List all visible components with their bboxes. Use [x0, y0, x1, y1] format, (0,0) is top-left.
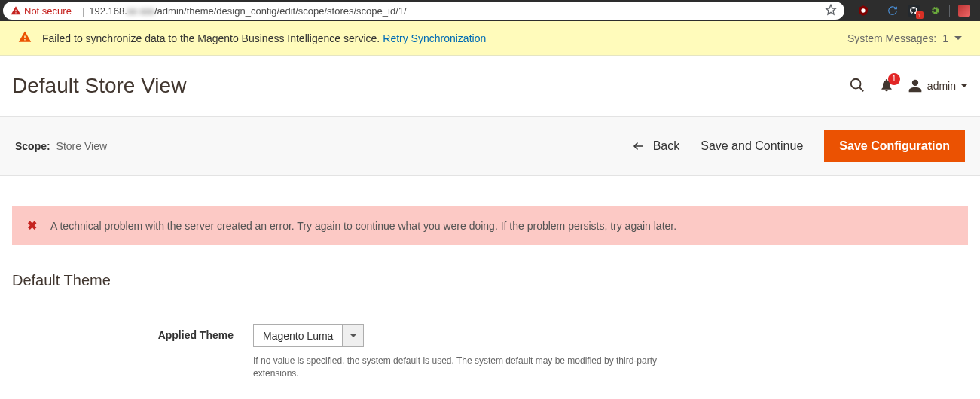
applied-theme-label: Applied Theme: [12, 324, 253, 341]
url-divider: |: [82, 5, 84, 17]
gear-ext-icon[interactable]: [928, 4, 942, 17]
scope-value: Store View: [56, 140, 107, 152]
svg-line-2: [859, 87, 864, 91]
applied-theme-control: Magento Luma If no value is specified, t…: [253, 324, 968, 380]
retry-sync-link[interactable]: Retry Synchronization: [383, 32, 486, 44]
applied-theme-value: Magento Luma: [254, 325, 342, 346]
scope-label: Scope: Store View: [15, 140, 107, 152]
svg-point-1: [851, 78, 861, 88]
url-bar[interactable]: Not secure | 192.168. xx xxx /admin/them…: [3, 2, 844, 20]
warning-triangle-icon: [11, 5, 21, 16]
admin-user-label: admin: [927, 80, 956, 92]
error-message: ✖ A technical problem with the server cr…: [12, 206, 968, 245]
ublock-icon[interactable]: [856, 4, 870, 17]
default-theme-section: Default Theme Applied Theme Magento Luma…: [12, 272, 968, 380]
bookmark-star-icon[interactable]: [825, 4, 837, 18]
section-title: Default Theme: [12, 272, 968, 303]
system-message-text: Failed to synchronize data to the Magent…: [42, 32, 380, 44]
save-configuration-button[interactable]: Save Configuration: [824, 130, 965, 162]
caret-down-icon: [960, 82, 968, 90]
ext-badge: 1: [916, 11, 924, 19]
notification-badge: 1: [888, 73, 900, 85]
back-label: Back: [653, 139, 680, 153]
system-message-bar: Failed to synchronize data to the Magent…: [0, 21, 980, 56]
caret-down-icon: [954, 35, 962, 42]
sys-msg-count: 1: [942, 32, 948, 44]
page-title: Default Store View: [12, 74, 186, 98]
refresh-ext-icon[interactable]: [886, 4, 899, 17]
header-actions: 1 admin: [849, 77, 968, 96]
svg-point-0: [861, 8, 865, 12]
applied-theme-select[interactable]: Magento Luma: [253, 324, 364, 347]
not-secure-indicator: Not secure: [11, 5, 72, 17]
user-icon: [908, 78, 923, 93]
notifications-icon[interactable]: 1: [879, 78, 894, 95]
toolbar-actions: Back Save and Continue Save Configuratio…: [632, 130, 965, 162]
url-host: 192.168.: [89, 5, 127, 17]
page-header: Default Store View 1 admin: [0, 56, 980, 116]
not-secure-label: Not secure: [24, 5, 72, 17]
ext-separator: [878, 5, 878, 17]
warning-icon: [18, 30, 32, 46]
url-path: /admin/theme/design_config/edit/scope/st…: [154, 5, 407, 17]
caret-down-icon: [350, 332, 357, 340]
select-dropdown-button[interactable]: [342, 325, 363, 346]
error-x-icon: ✖: [27, 218, 37, 233]
arrow-left-icon: [632, 139, 646, 153]
applied-theme-note: If no value is specified, the system def…: [253, 355, 675, 380]
browser-extensions: 1: [850, 4, 977, 17]
admin-user-menu[interactable]: admin: [908, 78, 968, 93]
ext-separator: [949, 5, 950, 17]
sys-msg-label: System Messages:: [847, 32, 936, 44]
applied-theme-row: Applied Theme Magento Luma If no value i…: [12, 324, 968, 380]
profile-ext-icon[interactable]: [957, 4, 971, 17]
scope-label-text: Scope:: [15, 140, 50, 152]
save-continue-button[interactable]: Save and Continue: [701, 139, 803, 153]
error-text: A technical problem with the server crea…: [50, 220, 676, 232]
page-toolbar: Scope: Store View Back Save and Continue…: [0, 116, 980, 176]
url-host-blurred: xx xxx: [127, 5, 154, 17]
back-button[interactable]: Back: [632, 139, 680, 153]
browser-chrome: Not secure | 192.168. xx xxx /admin/them…: [0, 0, 980, 21]
search-icon[interactable]: [849, 77, 866, 96]
system-message-count[interactable]: System Messages: 1: [847, 32, 962, 44]
github-ext-icon[interactable]: 1: [907, 4, 920, 17]
